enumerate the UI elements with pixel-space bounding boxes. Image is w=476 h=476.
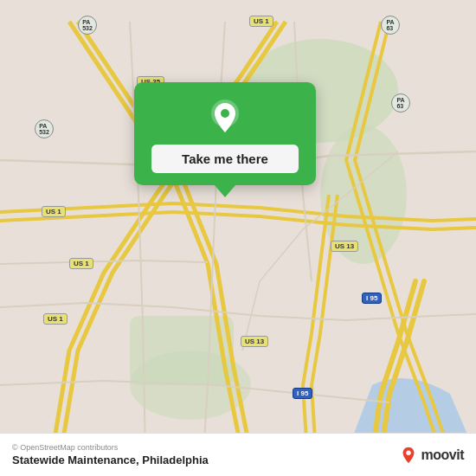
road-badge-us13-bottom: US 13	[241, 336, 268, 347]
road-badge-i95-2: I 95	[293, 388, 312, 399]
popup-card: Take me there	[134, 82, 316, 185]
road-badge-us1-left3: US 1	[43, 313, 68, 325]
moovit-brand-text: moovit	[421, 447, 464, 463]
road-badge-i95-1: I 95	[362, 293, 382, 304]
svg-point-6	[221, 109, 229, 118]
bottom-bar: © OpenStreetMap contributors Statewide M…	[0, 433, 476, 476]
road-badge-pa63-1: PA63	[381, 16, 400, 35]
road-badge-pa532-2: PA532	[35, 119, 54, 138]
road-badge-us1-left1: US 1	[42, 206, 66, 217]
map-background	[0, 0, 476, 476]
location-pin-icon	[206, 98, 244, 136]
map-attribution: © OpenStreetMap contributors	[12, 443, 209, 452]
road-badge-us13-right: US 13	[331, 241, 358, 252]
road-badge-us1-top: US 1	[249, 16, 273, 27]
moovit-pin-icon	[399, 446, 418, 465]
take-me-there-button[interactable]: Take me there	[151, 145, 299, 173]
svg-point-7	[406, 450, 411, 455]
road-badge-us1-left2: US 1	[69, 258, 93, 269]
location-name: Statewide Maintenance, Philadelphia	[12, 453, 209, 466]
moovit-logo: moovit	[399, 446, 464, 465]
bottom-bar-info: © OpenStreetMap contributors Statewide M…	[12, 443, 209, 466]
road-badge-pa63-2: PA63	[391, 93, 410, 113]
map-container: PA532 PA532 US 1 PA63 PA63 US 35 US 1 US…	[0, 0, 476, 476]
road-badge-pa532-1: PA532	[78, 16, 97, 35]
